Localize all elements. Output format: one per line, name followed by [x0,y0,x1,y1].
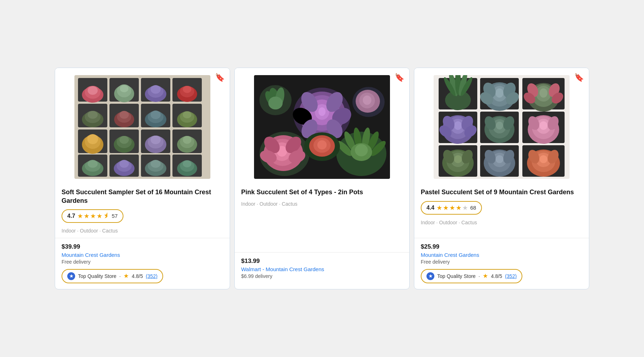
card1-badge-icon: ★ [67,272,75,280]
card2-purchase: $13.99 Walmart - Mountain Crest Gardens … [235,253,409,289]
svg-point-60 [151,160,161,168]
card1-star-5: ⯨ [103,212,109,220]
product-card-2: 🔖 [234,68,410,289]
svg-point-99 [363,96,371,105]
svg-point-4 [88,86,98,95]
card1-badge-reviews[interactable]: (352) [146,273,157,279]
card3-purchase: $25.99 Mountain Crest Gardens Free deliv… [414,238,589,289]
card3-image-area: 🔖 [414,68,589,182]
svg-point-28 [151,111,161,119]
card1-badge-separator: · [119,273,121,279]
card1-star-2: ★ [84,212,89,220]
card1-rating-number: 4.7 [67,213,75,219]
card3-rating-box: 4.4 ★ ★ ★ ★ ★ 68 [421,201,482,215]
svg-point-48 [183,136,191,144]
bookmark-icon-3[interactable]: 🔖 [574,73,584,82]
card1-stars: ★ ★ ★ ★ ⯨ [77,212,109,220]
svg-point-8 [120,85,128,92]
card3-delivery: Free delivery [421,259,582,265]
card1-product-image [74,75,210,179]
card2-info: Pink Succulent Set of 4 Types - 2in Pots… [235,182,409,253]
card3-badge-reviews[interactable]: (352) [505,273,517,279]
card2-title: Pink Succulent Set of 4 Types - 2in Pots [241,188,403,196]
card3-price: $25.99 [421,243,582,250]
svg-point-40 [119,136,129,144]
svg-point-52 [88,160,98,168]
svg-point-104 [268,97,283,109]
card1-image-area: 🔖 [55,68,230,182]
card1-seller[interactable]: Mountain Crest Gardens [62,252,223,258]
card1-star-3: ★ [90,212,96,220]
bookmark-icon-2[interactable]: 🔖 [395,73,404,82]
card3-badge-icon: ★ [426,272,434,280]
card1-tags: Indoor · Outdoor · Cactus [62,228,223,234]
card1-price: $39.99 [62,243,223,250]
svg-point-108 [317,140,327,150]
svg-point-95 [355,144,368,156]
svg-point-169 [496,155,503,163]
svg-point-130 [540,88,547,98]
card3-seller[interactable]: Mountain Crest Gardens [421,252,582,258]
svg-point-24 [119,111,129,119]
card2-tags: Indoor · Outdoor · Cactus [241,201,403,207]
card3-tags: Indoor · Outdoor · Cactus [421,220,582,225]
card1-review-count: 57 [112,213,118,219]
card1-delivery: Free delivery [62,259,223,265]
svg-point-121 [496,88,503,98]
card3-product-image [434,75,570,179]
card2-image-area: 🔖 [235,68,409,182]
svg-point-36 [87,134,98,144]
svg-point-155 [540,121,547,130]
card1-star-1: ★ [77,212,83,220]
card3-star-2: ★ [443,204,449,212]
product-card-3: 🔖 [414,68,589,289]
card3-review-count: 68 [470,205,476,211]
bookmark-icon-1[interactable]: 🔖 [215,73,225,82]
svg-point-16 [183,86,191,93]
svg-point-176 [540,155,547,163]
svg-point-148 [496,122,503,129]
svg-point-56 [119,160,129,168]
card2-seller[interactable]: Walmart - Mountain Crest Gardens [241,266,403,272]
card2-product-image [254,75,390,179]
card1-info: Soft Succulent Sampler Set of 16 Mountai… [55,182,230,238]
card3-badge-label: Top Quality Store [437,273,475,279]
card1-quality-badge[interactable]: ★ Top Quality Store · ★ 4.8/5 (352) [62,269,163,283]
svg-point-71 [318,107,326,116]
svg-point-12 [151,85,161,94]
card1-purchase: $39.99 Mountain Crest Gardens Free deliv… [55,238,230,289]
product-cards-container: 🔖 [55,68,589,289]
card3-star-5: ★ [462,204,468,212]
card1-badge-rating-star: ★ [123,272,129,280]
card3-badge-rating: 4.8/5 [491,273,502,279]
card3-star-4: ★ [456,204,462,212]
card3-quality-badge[interactable]: ★ Top Quality Store · ★ 4.8/5 (352) [421,269,522,283]
card3-badge-rating-star: ★ [483,272,488,280]
card3-stars: ★ ★ ★ ★ ★ [436,204,468,212]
svg-point-44 [151,136,161,144]
card3-rating-number: 4.4 [426,205,434,211]
product-card-1: 🔖 [55,68,230,289]
card1-badge-rating: 4.8/5 [132,273,143,279]
card3-star-1: ★ [436,204,442,212]
card2-price: $13.99 [241,258,403,265]
card2-delivery: $6.99 delivery [241,273,403,279]
svg-point-32 [183,111,191,118]
card3-star-3: ★ [449,204,455,212]
svg-point-20 [88,111,98,119]
card1-title: Soft Succulent Sampler Set of 16 Mountai… [62,188,223,205]
card1-star-4: ★ [97,212,102,220]
svg-point-162 [454,155,462,163]
card3-badge-separator: · [478,273,480,279]
svg-point-139 [454,121,462,130]
card1-rating-box: 4.7 ★ ★ ★ ★ ⯨ 57 [62,209,123,223]
card3-title: Pastel Succulent Set of 9 Mountain Crest… [421,188,582,196]
card3-info: Pastel Succulent Set of 9 Mountain Crest… [414,182,589,238]
card1-badge-label: Top Quality Store [78,273,116,279]
svg-point-64 [183,160,191,167]
